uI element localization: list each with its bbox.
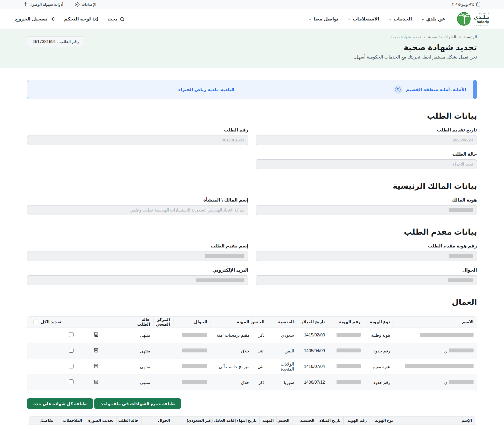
accessibility-icon (23, 2, 28, 7)
row-checkbox[interactable] (69, 332, 74, 337)
detail-column-header: نوع الهوية (370, 416, 396, 425)
logout-button[interactable]: تسجيل الخروج (15, 16, 55, 22)
worker-phone (173, 327, 211, 343)
column-header-empty (77, 317, 102, 327)
applicant-name-input[interactable] (27, 251, 248, 261)
redacted-phone (182, 348, 207, 352)
owner-name-input[interactable]: شركة الاتحاد الهندسي السعودية للاستشارات… (27, 205, 248, 215)
worker-nationality: اليمن (268, 343, 297, 359)
search-button[interactable]: بحث (107, 16, 125, 22)
detail-column-header: رقم الهوية (343, 416, 370, 425)
redacted-phone (182, 364, 207, 368)
redacted-name (420, 333, 474, 337)
certificate-icon[interactable] (93, 363, 99, 369)
breadcrumb-home[interactable]: الرئيسية (463, 35, 477, 39)
row-checkbox[interactable] (69, 348, 74, 353)
print-actions: طباعة جميع الشهادات في ملف واحد طباعة كل… (27, 398, 477, 409)
worker-profession: مقيم برمجيات آمنة (211, 327, 253, 343)
redacted-id (337, 364, 361, 368)
applicant-email-input[interactable] (27, 275, 248, 285)
nav-item-0[interactable]: عن بلدي (421, 16, 445, 22)
request-number-badge: رقم الطلب : 4617381691 (27, 36, 84, 47)
owner-id-input[interactable] (256, 205, 477, 215)
detail-column-header: الجوال (141, 416, 173, 425)
row-checkbox[interactable] (69, 379, 74, 384)
header-actions: بحث لوحة التحكم تسجيل الخروج (15, 16, 125, 22)
detail-column-header: الجنس (276, 416, 292, 425)
request-status-input[interactable]: تحت الإجراء (256, 159, 477, 169)
worker-gender: ذكر (253, 374, 268, 390)
redacted-name (449, 380, 474, 384)
column-header: الجنسية (268, 317, 297, 327)
worker-row: هوية وطنية1415/02/03سعوديذكرمقيم برمجيات… (27, 327, 477, 343)
column-header-empty (102, 317, 131, 327)
nav-item-label: تواصل معنا (313, 16, 338, 22)
balady-logo[interactable]: خـدمـات بـلـدي balady services (457, 12, 489, 27)
redacted-name (405, 364, 474, 368)
worker-nationality: سعودي (268, 327, 297, 343)
logo-text-balady-en: balady (476, 20, 489, 24)
applicant-id-input[interactable] (256, 251, 477, 261)
worker-id-type: هوية وطنية (364, 327, 393, 343)
certificate-icon[interactable] (93, 332, 99, 337)
worker-health-center (153, 327, 173, 343)
field-label: إسم المالك \ المنشأة (27, 197, 248, 203)
detail-column-header: الجنسية (292, 416, 317, 425)
help-icon[interactable]: ؟ (393, 85, 402, 94)
worker-certificate-cell (77, 359, 102, 374)
worker-id-number (328, 327, 364, 343)
main-nav: عن بلديالخدماتالاستعلاماتتواصل معنا (309, 16, 445, 22)
chevron-down-icon (421, 18, 424, 21)
redacted-phone (182, 333, 207, 337)
detail-column-header: تاريخ إنتهاء إقامة العامل (غير السعودي) (173, 416, 259, 425)
amanah-text: الأمانة: أمانة منطقة القصيم (406, 87, 466, 92)
nav-item-3[interactable]: تواصل معنا (309, 16, 338, 22)
field-label: البريد الإلكتروني (27, 267, 248, 273)
column-header: تاريخ الميلاد (297, 317, 328, 327)
worker-empty-cell (102, 327, 131, 343)
request-date-input[interactable]: 2025/06/24 (256, 135, 477, 145)
row-checkbox[interactable] (69, 364, 74, 368)
request-number-input[interactable]: 4617381691 (27, 135, 248, 145)
worker-id-number (328, 359, 364, 374)
field-request-number: رقم الطلب 4617381691 (27, 127, 248, 145)
worker-empty-cell (102, 343, 131, 359)
nav-item-2[interactable]: الاستعلامات (348, 16, 379, 22)
page-hero: الرئيسية > الشهادات الصحية > تجديد شهادة… (0, 29, 504, 68)
nav-item-1[interactable]: الخدمات (389, 16, 412, 22)
worker-name-cell (393, 327, 477, 343)
worker-health-center (153, 374, 173, 390)
worker-dob: 1406/07/12 (297, 374, 328, 390)
breadcrumb-health-certificates[interactable]: الشهادات الصحية (428, 35, 456, 39)
worker-select-cell (27, 343, 77, 359)
accessibility-tools-button[interactable]: أدوات سهولة الوصول (23, 2, 63, 7)
worker-select-cell (27, 327, 77, 343)
field-label: رقم هوية مقدم الطلب (256, 243, 477, 249)
workers-table-container: الاسمنوع الهويةرقم الهويةتاريخ الميلادال… (27, 316, 477, 393)
worker-id-type: رقم حدود (364, 374, 393, 390)
field-owner-name: إسم المالك \ المنشأة شركة الاتحاد الهندس… (27, 197, 248, 215)
section-title-owner: بيانات المالك الرئيسية (27, 181, 477, 191)
settings-label: الإعدادات (81, 2, 96, 7)
accessibility-label: أدوات سهولة الوصول (30, 2, 63, 7)
field-label: هوية المالك (256, 197, 477, 203)
worker-id-number (328, 343, 364, 359)
settings-button[interactable]: الإعدادات (75, 2, 96, 7)
worker-status: منتهى (131, 374, 153, 390)
certificate-icon[interactable] (93, 379, 99, 385)
dashboard-icon (93, 16, 98, 22)
worker-status: منتهى (131, 343, 153, 359)
certificate-icon[interactable] (93, 347, 99, 353)
logo-text-balady-ar: بـلـدي (474, 14, 489, 20)
worker-gender: انثى (253, 359, 268, 374)
applicant-phone-input[interactable] (256, 275, 477, 285)
palm-logo-icon (457, 12, 471, 26)
select-all-checkbox[interactable] (34, 320, 38, 324)
redacted-phone (182, 380, 207, 384)
dashboard-button[interactable]: لوحة التحكم (64, 16, 98, 22)
print-all-certificates-button[interactable]: طباعة جميع الشهادات في ملف واحد (94, 398, 181, 409)
dashboard-label: لوحة التحكم (64, 16, 91, 22)
municipality-text: البلدية: بلدية رياض الخبراء (178, 87, 234, 92)
chevron-down-icon (389, 18, 392, 21)
print-each-certificate-button[interactable]: طباعة كل شهادة على حدة (27, 398, 93, 409)
